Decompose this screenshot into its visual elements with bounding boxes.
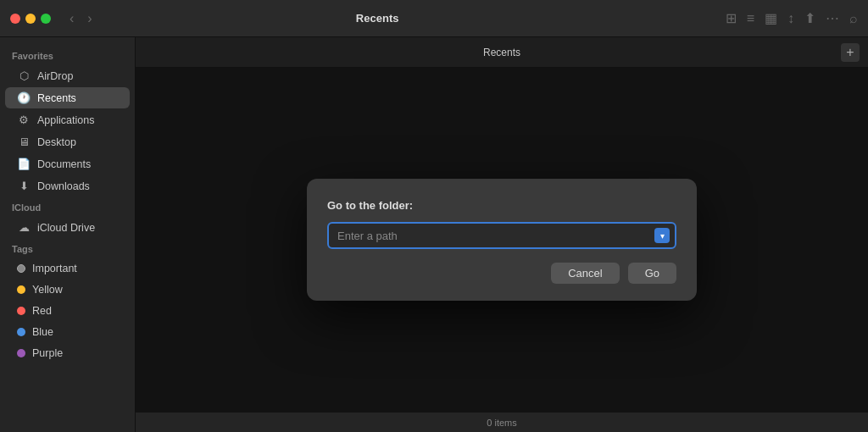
red-tag-dot xyxy=(17,307,25,315)
favorites-label: Favorites xyxy=(0,46,135,64)
main-container: Favorites ⬡ AirDrop 🕐 Recents ⚙ Applicat… xyxy=(0,37,868,432)
applications-icon: ⚙ xyxy=(17,114,31,126)
sidebar-item-label: Applications xyxy=(37,114,94,126)
more-icon[interactable]: ⋯ xyxy=(826,10,839,26)
downloads-icon: ⬇ xyxy=(17,180,31,192)
icloud-label: iCloud xyxy=(0,197,135,216)
content-body: Go to the folder: ▾ Cancel Go xyxy=(136,68,868,412)
icloud-icon: ☁ xyxy=(17,221,31,234)
recents-icon: 🕐 xyxy=(17,91,31,104)
sidebar-item-airdrop[interactable]: ⬡ AirDrop xyxy=(5,65,130,86)
sidebar-item-label: Yellow xyxy=(32,284,63,296)
sidebar-item-desktop[interactable]: 🖥 Desktop xyxy=(5,131,130,152)
item-count: 0 items xyxy=(487,418,516,428)
add-button[interactable]: + xyxy=(841,43,860,62)
tags-label: Tags xyxy=(0,239,135,258)
window-title: Recents xyxy=(36,12,719,25)
sidebar-item-recents[interactable]: 🕐 Recents xyxy=(5,87,130,108)
sort-icon[interactable]: ↕ xyxy=(787,11,794,26)
title-bar: ‹ › Recents ⊞ ≡ ▦ ↕ ⬆ ⋯ ⌕ xyxy=(0,0,868,37)
content-title: Recents xyxy=(483,47,520,58)
sidebar-item-purple[interactable]: Purple xyxy=(5,343,130,363)
sidebar-item-label: Desktop xyxy=(37,136,76,148)
goto-folder-dialog: Go to the folder: ▾ Cancel Go xyxy=(307,179,697,301)
purple-tag-dot xyxy=(17,349,25,357)
view-icon[interactable]: ⊞ xyxy=(726,10,737,26)
sidebar-item-label: Recents xyxy=(37,92,76,104)
sidebar-item-red[interactable]: Red xyxy=(5,301,130,321)
sidebar-item-icloud-drive[interactable]: ☁ iCloud Drive xyxy=(5,217,130,238)
important-tag-dot xyxy=(17,264,25,273)
sidebar-item-label: Downloads xyxy=(37,180,90,192)
yellow-tag-dot xyxy=(17,285,25,294)
airdrop-icon: ⬡ xyxy=(17,69,31,82)
content-area: Recents + Go to the folder: ▾ Cancel Go xyxy=(136,37,868,432)
sidebar-item-label: Important xyxy=(32,263,77,274)
share-icon[interactable]: ⬆ xyxy=(804,10,815,26)
desktop-icon: 🖥 xyxy=(17,136,31,148)
gallery-icon[interactable]: ▦ xyxy=(765,10,777,26)
search-icon[interactable]: ⌕ xyxy=(849,11,858,26)
documents-icon: 📄 xyxy=(17,158,31,170)
sidebar-item-documents[interactable]: 📄 Documents xyxy=(5,153,130,174)
sidebar-item-label: Red xyxy=(32,305,52,317)
sidebar-item-label: Purple xyxy=(32,347,63,359)
sidebar-item-label: AirDrop xyxy=(37,70,73,82)
path-input[interactable] xyxy=(327,222,676,249)
sidebar-item-downloads[interactable]: ⬇ Downloads xyxy=(5,175,130,197)
dialog-overlay: Go to the folder: ▾ Cancel Go xyxy=(136,68,868,412)
status-bar: 0 items xyxy=(136,412,868,432)
path-input-container: ▾ xyxy=(327,222,676,249)
close-button[interactable] xyxy=(10,14,20,24)
dropdown-arrow-icon[interactable]: ▾ xyxy=(654,228,670,243)
sidebar-item-label: Documents xyxy=(37,158,91,170)
sidebar-item-blue[interactable]: Blue xyxy=(5,322,130,342)
toolbar-icons: ⊞ ≡ ▦ ↕ ⬆ ⋯ ⌕ xyxy=(726,10,858,26)
sidebar: Favorites ⬡ AirDrop 🕐 Recents ⚙ Applicat… xyxy=(0,37,136,432)
dialog-title: Go to the folder: xyxy=(327,199,676,212)
sidebar-item-label: iCloud Drive xyxy=(37,222,95,234)
dialog-buttons: Cancel Go xyxy=(327,263,676,284)
sidebar-item-important[interactable]: Important xyxy=(5,258,130,279)
content-header: Recents + xyxy=(136,37,868,68)
sidebar-item-label: Blue xyxy=(32,326,53,338)
blue-tag-dot xyxy=(17,328,25,336)
minimize-button[interactable] xyxy=(25,14,36,24)
sidebar-item-yellow[interactable]: Yellow xyxy=(5,280,130,300)
columns-icon[interactable]: ≡ xyxy=(747,11,754,26)
cancel-button[interactable]: Cancel xyxy=(551,263,619,284)
sidebar-item-applications[interactable]: ⚙ Applications xyxy=(5,109,130,130)
go-button[interactable]: Go xyxy=(628,263,676,284)
